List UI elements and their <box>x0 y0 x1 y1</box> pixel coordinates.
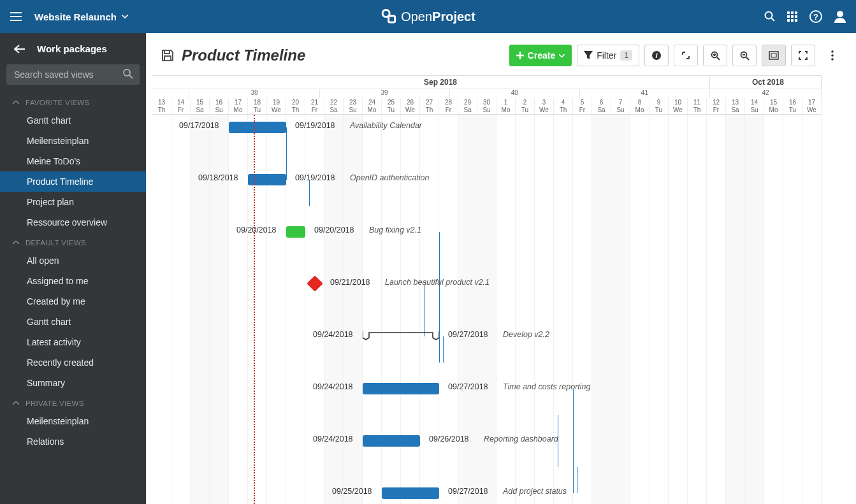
phase-bracket[interactable] <box>363 331 439 340</box>
sidebar-title: Work packages <box>37 43 107 54</box>
week-number <box>152 89 189 98</box>
create-button[interactable]: Create <box>509 45 572 66</box>
day-header: 19We <box>267 98 286 114</box>
project-selector[interactable]: Website Relaunch <box>34 11 128 22</box>
day-header: 10We <box>669 98 688 114</box>
start-date: 09/24/2018 <box>313 435 353 443</box>
end-date: 09/20/2018 <box>314 226 354 234</box>
gantt-row[interactable]: 09/17/201809/19/2018Availability Calenda… <box>152 115 822 141</box>
day-header: 30Su <box>477 98 497 114</box>
info-icon[interactable]: i <box>644 45 669 66</box>
sidebar-view-item[interactable]: Recently created <box>0 352 146 373</box>
sidebar-view-item[interactable]: Gantt chart <box>0 110 146 131</box>
end-date: 09/27/2018 <box>448 330 488 339</box>
svg-rect-10 <box>791 19 794 22</box>
gantt-row[interactable]: 09/21/2018Launch beautiful product v2.1 <box>152 271 822 298</box>
sidebar-view-item[interactable]: Meilensteinplan <box>0 131 146 151</box>
day-header: 18Tu <box>248 98 267 114</box>
fullscreen-icon[interactable] <box>791 45 815 66</box>
gantt-chart[interactable]: Sep 2018Oct 2018383940414213Th14Fr15Sa16… <box>146 75 856 504</box>
expand-icon[interactable] <box>674 45 698 66</box>
svg-point-14 <box>837 11 843 17</box>
page-title: Product Timeline <box>161 47 305 64</box>
gantt-row[interactable]: 09/18/201809/19/2018OpenID authenticatio… <box>152 167 822 193</box>
start-date: 09/25/2018 <box>332 487 372 496</box>
svg-rect-3 <box>787 11 790 14</box>
svg-rect-16 <box>164 50 170 54</box>
sidebar-view-item[interactable]: Meine ToDo's <box>0 151 146 171</box>
more-icon[interactable] <box>820 45 845 66</box>
sidebar-view-item[interactable]: Project plan <box>0 192 146 212</box>
gantt-row[interactable]: 09/20/201809/20/2018Bug fixing v2.1 <box>152 219 822 245</box>
back-arrow-icon[interactable] <box>14 45 25 54</box>
task-bar[interactable] <box>382 487 439 499</box>
day-header: 8Mo <box>630 98 649 114</box>
sidebar-view-item[interactable]: Product Timeline <box>0 171 146 192</box>
day-header: 28Fr <box>439 98 458 114</box>
chevron-down-icon <box>122 15 128 18</box>
day-header: 16Tu <box>783 98 802 114</box>
svg-rect-9 <box>787 19 790 22</box>
gantt-row[interactable]: 09/25/201809/27/2018Add project status <box>152 480 822 504</box>
start-date: 09/17/2018 <box>179 121 219 130</box>
task-bar[interactable] <box>229 122 286 133</box>
user-avatar-icon[interactable] <box>834 10 846 23</box>
sidebar-view-item[interactable]: Gantt chart <box>0 312 146 332</box>
sidebar-view-item[interactable]: Assigned to me <box>0 271 146 291</box>
filter-button[interactable]: Filter 1 <box>577 45 639 66</box>
apps-grid-icon[interactable] <box>787 11 797 22</box>
zoom-in-icon[interactable] <box>703 45 727 66</box>
sidebar-section-header[interactable]: FAVORITE VIEWS <box>0 92 146 110</box>
hamburger-icon[interactable] <box>10 12 22 21</box>
day-header: 13Sa <box>726 98 745 114</box>
zoom-out-icon[interactable] <box>732 45 757 66</box>
day-header: 1Mo <box>497 98 516 114</box>
day-header: 15Mo <box>764 98 783 114</box>
help-icon[interactable]: ? <box>809 10 823 24</box>
sidebar-view-item[interactable]: All open <box>0 250 146 271</box>
sidebar-view-item[interactable]: Latest activity <box>0 332 146 352</box>
sidebar-search <box>6 64 140 85</box>
task-bar[interactable] <box>363 435 420 447</box>
day-header: 3We <box>535 98 554 114</box>
day-header: 12Fr <box>707 98 726 114</box>
task-name: Develop v2.2 <box>503 330 549 339</box>
sidebar-view-item[interactable]: Relations <box>0 431 146 452</box>
sidebar-section-header[interactable]: DEFAULT VIEWS <box>0 233 146 250</box>
sidebar-view-item[interactable]: Summary <box>0 373 146 393</box>
week-number: 39 <box>320 89 450 98</box>
save-icon[interactable] <box>161 49 174 62</box>
task-bar[interactable] <box>363 383 439 394</box>
task-name: Time and costs reporting <box>503 382 590 391</box>
milestone-diamond[interactable] <box>307 275 323 291</box>
svg-rect-5 <box>795 11 797 14</box>
sidebar-header: Work packages <box>0 33 146 62</box>
sidebar-section-header[interactable]: PRIVATE VIEWS <box>0 393 146 411</box>
day-header: 23Su <box>344 98 363 114</box>
week-number: 38 <box>189 89 319 98</box>
day-header: 21Fr <box>305 98 324 114</box>
day-header: 17Mo <box>229 98 248 114</box>
zoom-fit-icon[interactable] <box>762 45 786 66</box>
search-icon[interactable] <box>123 69 133 79</box>
search-input[interactable] <box>6 64 140 85</box>
app-logo: OpenProject <box>381 8 475 25</box>
task-name: Availability Calendar <box>350 121 422 130</box>
sidebar-view-item[interactable]: Ressource overview <box>0 212 146 233</box>
week-number: 42 <box>710 89 822 98</box>
day-header: 6Sa <box>592 98 611 114</box>
task-name: OpenID authentication <box>350 173 429 182</box>
gantt-row[interactable]: 09/24/201809/27/2018Develop v2.2 <box>152 324 822 350</box>
filter-count-badge: 1 <box>620 50 632 61</box>
sidebar-view-item[interactable]: Meilensteinplan <box>0 411 146 431</box>
gantt-row[interactable]: 09/24/201809/26/2018Reporting dashboard <box>152 428 822 454</box>
task-bar[interactable] <box>286 226 305 238</box>
day-header: 16Su <box>210 98 229 114</box>
funnel-icon <box>584 51 593 60</box>
svg-point-2 <box>765 12 773 19</box>
sidebar-view-item[interactable]: Created by me <box>0 291 146 312</box>
search-icon[interactable] <box>764 11 776 22</box>
day-header: 7Su <box>611 98 630 114</box>
gantt-row[interactable]: 09/24/201809/27/2018Time and costs repor… <box>152 376 822 402</box>
svg-rect-7 <box>791 15 794 18</box>
